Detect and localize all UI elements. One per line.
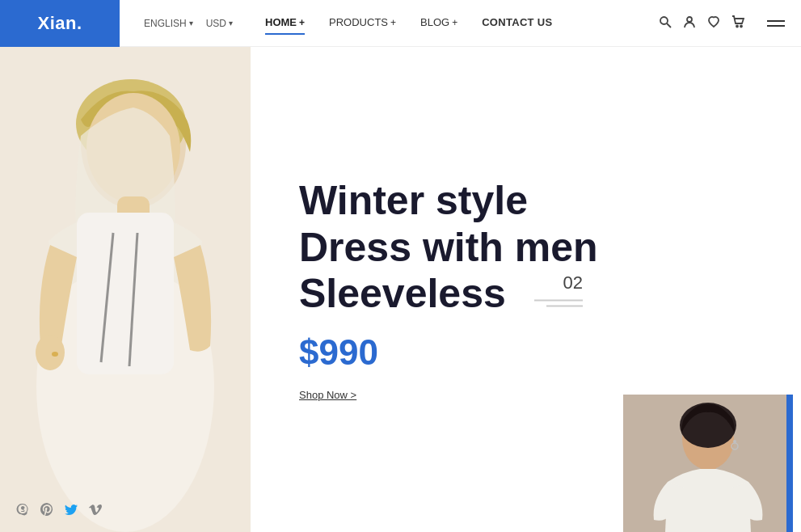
cart-icon[interactable]: [731, 15, 744, 32]
hero-price: $990: [299, 332, 753, 373]
slide-progress-lines: [534, 300, 583, 307]
blog-plus-icon: +: [452, 17, 457, 28]
svg-rect-11: [77, 213, 174, 374]
nav-item-home[interactable]: HOME +: [265, 16, 305, 30]
wishlist-icon[interactable]: [707, 15, 720, 32]
home-plus-icon: +: [299, 17, 305, 28]
logo-text: Xian.: [37, 13, 82, 34]
next-slide-thumbnail[interactable]: [623, 395, 801, 532]
pinterest-icon[interactable]: [40, 503, 55, 517]
twitter-icon[interactable]: [65, 503, 79, 517]
svg-point-15: [52, 352, 58, 357]
slide-number: 02: [563, 272, 583, 293]
slide-indicator: 02: [534, 272, 583, 307]
language-selector[interactable]: ENGLISH: [144, 18, 193, 29]
vimeo-icon[interactable]: [89, 503, 103, 517]
thumbnail-image: [623, 395, 793, 532]
header: Xian. ENGLISH USD HOME + PRODUCTS + BLOG…: [0, 0, 801, 47]
hero-section: Winter style Dress with men Sleeveless $…: [0, 47, 801, 532]
hero-model-photo: [0, 47, 251, 532]
svg-line-1: [667, 23, 671, 27]
products-plus-icon: +: [390, 17, 396, 28]
language-currency-selector: ENGLISH USD: [144, 18, 233, 29]
svg-point-3: [736, 25, 738, 27]
currency-chevron-icon: [229, 19, 233, 27]
skype-icon[interactable]: [16, 503, 31, 517]
thumbnail-accent-bar: [786, 395, 793, 532]
account-icon[interactable]: [683, 15, 696, 32]
lang-chevron-icon: [189, 19, 193, 27]
main-nav: HOME + PRODUCTS + BLOG + CONTACT US: [265, 16, 659, 30]
logo[interactable]: Xian.: [0, 0, 120, 47]
svg-point-14: [36, 335, 65, 370]
hero-title: Winter style Dress with men Sleeveless: [299, 178, 753, 318]
nav-item-blog[interactable]: BLOG +: [420, 16, 457, 30]
slide-line-2: [546, 306, 583, 307]
svg-point-2: [687, 17, 692, 22]
social-icons-bar: [16, 503, 103, 517]
nav-item-products[interactable]: PRODUCTS +: [329, 16, 396, 30]
slide-line-1: [534, 300, 583, 302]
search-icon[interactable]: [659, 15, 672, 32]
header-action-icons: [659, 15, 785, 32]
nav-item-contact[interactable]: CONTACT US: [482, 16, 552, 30]
currency-selector[interactable]: USD: [206, 18, 233, 29]
hamburger-menu-icon[interactable]: [767, 17, 785, 30]
svg-point-4: [740, 25, 742, 27]
svg-point-0: [660, 17, 668, 24]
